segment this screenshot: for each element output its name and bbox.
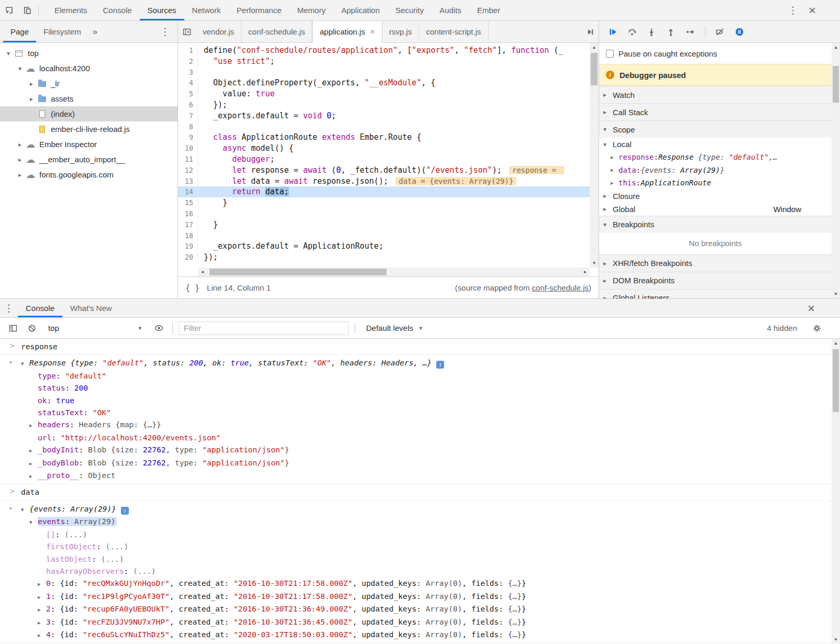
step-over-icon[interactable] (625, 25, 639, 39)
expand-right-icon[interactable]: ▸ (611, 180, 618, 186)
line-number[interactable]: 18 (178, 230, 198, 241)
line-number[interactable]: 4 (178, 77, 198, 88)
editor-tab-rsvp-js[interactable]: rsvp.js (382, 21, 419, 42)
line-number[interactable]: 17 (178, 219, 198, 230)
scope-group-global[interactable]: ▸GlobalWindow (599, 203, 832, 216)
console-row[interactable]: ▸1: {id: "rec1P9lgPCyoAf30T", created_at… (0, 591, 832, 603)
scroll-down-icon[interactable]: ▼ (590, 259, 599, 268)
close-drawer-icon[interactable]: × (808, 299, 840, 317)
code-text[interactable]: _exports.default = ApplicationRoute; (198, 241, 590, 252)
code-text[interactable]: async model() { (198, 143, 590, 154)
expand-collapsed-icon[interactable]: ▸ (16, 171, 24, 179)
tab-network[interactable]: Network (184, 0, 229, 20)
expand-right-icon[interactable]: ▸ (38, 629, 46, 641)
console-row[interactable]: statusText: "OK" (0, 407, 832, 419)
inspect-element-icon[interactable] (0, 3, 18, 18)
console-row[interactable]: ▸3: {id: "recFZU3JV9NU7x7HP", created_at… (0, 616, 832, 629)
line-number[interactable]: 16 (178, 208, 198, 219)
tab-memory[interactable]: Memory (290, 0, 334, 20)
code-text[interactable]: return data; (198, 186, 590, 197)
code-text[interactable]: value: true (198, 88, 590, 99)
tab-elements[interactable]: Elements (47, 0, 95, 20)
expand-right-icon[interactable]: ▸ (38, 591, 46, 603)
line-number[interactable]: 13 (178, 176, 198, 187)
code-text[interactable]: } (198, 219, 590, 230)
section-global-listeners[interactable]: ▸Global Listeners (599, 289, 832, 299)
code-text[interactable]: define("conf-schedule/routes/application… (198, 45, 590, 56)
code-text[interactable]: }); (198, 252, 590, 263)
tree-item-ember-inspector[interactable]: ▸☁Ember Inspector (0, 137, 178, 152)
code-text[interactable]: _exports.default = void 0; (198, 110, 590, 121)
code-line[interactable]: 11 debugger; (178, 154, 590, 165)
scroll-up-icon[interactable]: ▲ (832, 43, 840, 52)
console-row[interactable]: ▸__proto__: Object (0, 470, 832, 482)
device-toolbar-icon[interactable] (18, 3, 36, 18)
drawer-tab-console[interactable]: Console (18, 299, 62, 317)
console-row[interactable]: ▸0: {id: "recQMxkGUjYnHqoDr", created_at… (0, 578, 832, 590)
line-number[interactable]: 14 (178, 186, 198, 197)
log-levels-dropdown[interactable]: Default levels ▼ (361, 324, 428, 332)
code-line[interactable]: 20}); (178, 252, 590, 263)
tree-item-assets[interactable]: ▸assets (0, 91, 178, 106)
section-scope[interactable]: ▾Scope (599, 120, 832, 138)
expand-right-icon[interactable]: ▸ (29, 445, 38, 457)
section-dom-breakpoints[interactable]: ▸DOM Breakpoints (599, 272, 832, 289)
tree-item-fonts-googleapis-com[interactable]: ▸☁fonts.googleapis.com (0, 167, 178, 182)
code-line[interactable]: 13 let data = await response.json();data… (178, 176, 590, 187)
scroll-up-icon[interactable]: ▲ (832, 339, 840, 348)
code-line[interactable]: 4 Object.defineProperty(_exports, "__esM… (178, 77, 590, 88)
code-line[interactable]: 2 "use strict"; (178, 56, 590, 67)
line-number[interactable]: 8 (178, 121, 198, 132)
editor-horizontal-scrollbar[interactable]: ◄ ► (198, 268, 590, 276)
code-line[interactable]: 8 (178, 121, 590, 132)
step-into-icon[interactable] (644, 25, 659, 39)
more-options-icon[interactable]: ⋮ (788, 5, 798, 15)
pause-on-caught-checkbox[interactable] (606, 50, 614, 58)
code-text[interactable]: debugger; (198, 154, 590, 165)
scrollbar-thumb[interactable] (591, 53, 598, 85)
code-line[interactable]: 5 value: true (178, 88, 590, 99)
tree-item-top[interactable]: ▾top (0, 46, 178, 61)
code-text[interactable]: let response = await (0, _fetch.default)… (198, 165, 590, 176)
expand-down-icon[interactable]: ▾ (21, 504, 29, 516)
code-line[interactable]: 6 }); (178, 99, 590, 110)
scrollbar-thumb[interactable] (833, 66, 839, 103)
clear-console-icon[interactable] (24, 321, 40, 335)
code-line[interactable]: 14 return data; (178, 186, 590, 197)
navigator-tab-filesystem[interactable]: Filesystem (36, 21, 89, 42)
expand-right-icon[interactable]: ▸ (38, 604, 46, 616)
section-xhr-fetch-breakpoints[interactable]: ▸XHR/fetch Breakpoints (599, 254, 832, 272)
scroll-right-icon[interactable]: ► (581, 268, 590, 276)
expand-right-icon[interactable]: ▸ (611, 154, 618, 161)
line-number[interactable]: 10 (178, 143, 198, 154)
code-text[interactable] (198, 230, 590, 241)
context-selector[interactable]: top ▼ (43, 324, 148, 332)
console-row[interactable]: url: "http://localhost:4200/events.json" (0, 432, 832, 444)
editor-tab-conf-schedule-js[interactable]: conf-schedule.js (241, 21, 312, 42)
code-text[interactable]: let data = await response.json();data = … (198, 176, 590, 187)
code-line[interactable]: 19 _exports.default = ApplicationRoute; (178, 241, 590, 252)
code-text[interactable] (198, 121, 590, 132)
step-out-icon[interactable] (664, 25, 678, 39)
line-number[interactable]: 3 (178, 67, 198, 78)
line-number[interactable]: 6 (178, 99, 198, 110)
tab-performance[interactable]: Performance (229, 0, 290, 20)
line-number[interactable]: 7 (178, 110, 198, 121)
console-row[interactable]: ▸headers: Headers {map: {…}} (0, 419, 832, 431)
deactivate-breakpoints-icon[interactable] (713, 25, 727, 39)
code-line[interactable]: 3 (178, 67, 590, 78)
expand-right-icon[interactable]: ▸ (29, 419, 38, 431)
resume-icon[interactable] (605, 25, 620, 39)
pause-on-exceptions-icon[interactable] (732, 25, 747, 39)
console-row[interactable]: hasArrayObservers: (...) (0, 565, 832, 578)
pause-on-caught-row[interactable]: Pause on caught exceptions (599, 43, 832, 64)
console-row[interactable]: ▾events: Array(29) (0, 516, 832, 528)
scope-variable-this[interactable]: ▸this: ApplicationRoute (599, 176, 832, 190)
expand-collapsed-icon[interactable]: ▸ (16, 156, 24, 163)
info-icon[interactable]: i (436, 361, 444, 369)
navigator-menu-icon[interactable]: ⋮ (160, 27, 178, 37)
pretty-print-icon[interactable]: { } (185, 283, 200, 293)
code-lines[interactable]: 1define("conf-schedule/routes/applicatio… (178, 43, 590, 268)
code-line[interactable]: 7 _exports.default = void 0; (178, 110, 590, 121)
step-icon[interactable] (683, 25, 698, 39)
